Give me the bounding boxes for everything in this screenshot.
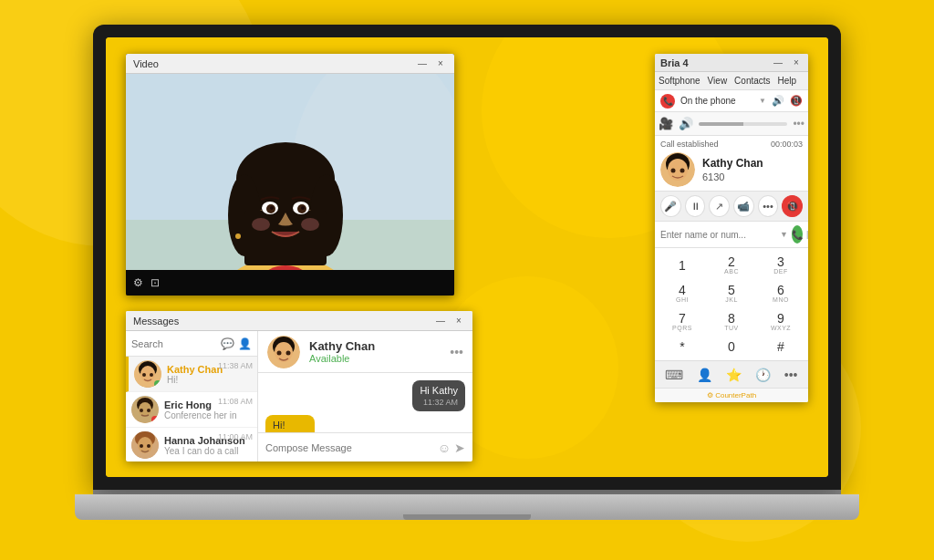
- bria-close-button[interactable]: ×: [790, 57, 803, 69]
- svg-point-18: [301, 218, 319, 231]
- key-1[interactable]: 1: [659, 252, 706, 278]
- hold-call-button[interactable]: ⏸: [685, 195, 706, 217]
- counterpath-text: CounterPath: [715, 391, 756, 399]
- bria-status-bar: 📞 On the phone ▼ 🔊 📵: [655, 90, 808, 112]
- counterpath-icon: ⚙: [707, 391, 715, 399]
- avatar-kathy: [134, 360, 161, 388]
- bria-titlebar: Bria 4 — ×: [655, 54, 808, 72]
- call-controls: 🎤 ⏸ ↗ 📹 ••• 📵: [655, 192, 808, 222]
- mute-icon[interactable]: 📵: [790, 95, 803, 107]
- camera-toolbar-icon[interactable]: 🎥: [659, 117, 673, 130]
- chat-more-button[interactable]: •••: [450, 345, 463, 359]
- messages-body: 💬 👤: [126, 331, 472, 461]
- key-4[interactable]: 4GHI: [659, 280, 706, 306]
- more-toolbar-icon[interactable]: •••: [793, 118, 804, 130]
- more-nav-icon[interactable]: •••: [784, 368, 798, 382]
- dropdown-icon[interactable]: ▼: [759, 97, 766, 105]
- chat-bubble-received-1: Hi! 11:38 AM: [265, 415, 315, 432]
- screen-bezel: Video — ×: [93, 25, 841, 490]
- video-call-button[interactable]: 📹: [733, 195, 754, 217]
- menu-softphone[interactable]: Softphone: [659, 76, 700, 86]
- send-icon[interactable]: ➤: [454, 441, 465, 455]
- call-avatar-img: [660, 152, 695, 187]
- chat-area: Kathy Chan Available ••• Hi Kathy 11:32 …: [258, 331, 472, 461]
- key-#[interactable]: #: [757, 337, 804, 357]
- laptop-base: [75, 494, 859, 520]
- messages-window-title: Messages: [133, 316, 434, 327]
- svg-point-39: [286, 350, 291, 355]
- bria-window-controls: — ×: [772, 57, 803, 69]
- menu-view[interactable]: View: [708, 76, 728, 86]
- status-phone-icon: 📞: [660, 94, 675, 109]
- call-info-row: Kathy Chan 6130: [660, 152, 803, 187]
- contacts-nav-icon[interactable]: 👤: [697, 368, 712, 382]
- call-timer: 00:00:03: [771, 140, 803, 149]
- svg-point-16: [301, 206, 305, 210]
- call-panel: Call established 00:00:03: [655, 136, 808, 192]
- svg-point-28: [140, 409, 143, 412]
- dial-more-icon[interactable]: |: [806, 230, 808, 239]
- contact-item-hanna[interactable]: Hanna Johanson Yea I can do a call 11:00…: [126, 428, 257, 461]
- contact-item-kathy[interactable]: Kathy Chan Hi! 11:38 AM: [126, 357, 257, 392]
- video-close-button[interactable]: ×: [434, 57, 447, 70]
- svg-point-34: [147, 444, 150, 448]
- chat-icon[interactable]: 💬: [221, 337, 234, 350]
- svg-point-29: [147, 409, 150, 412]
- key-9[interactable]: 9WXYZ: [757, 308, 804, 335]
- contact-time-eric: 11:08 AM: [218, 397, 253, 406]
- favorites-nav-icon[interactable]: ⭐: [726, 368, 742, 382]
- dial-dropdown-icon[interactable]: ▼: [780, 230, 788, 239]
- svg-point-38: [277, 350, 282, 355]
- fullscreen-icon[interactable]: ⊡: [150, 276, 160, 289]
- bria-bottom-toolbar: ⌨ 👤 ⭐ 🕐 •••: [655, 360, 808, 388]
- settings-icon[interactable]: ⚙: [133, 276, 143, 289]
- add-contact-icon[interactable]: 👤: [238, 337, 252, 350]
- avatar-hanna: [131, 431, 159, 459]
- call-status-row: Call established 00:00:03: [660, 140, 803, 149]
- key-3[interactable]: 3DEF: [757, 252, 804, 278]
- video-minimize-button[interactable]: —: [416, 57, 429, 70]
- menu-help[interactable]: Help: [778, 76, 797, 86]
- emoji-icon[interactable]: ☺: [438, 441, 451, 455]
- key-0[interactable]: 0: [708, 337, 755, 357]
- bria-title: Bria 4: [660, 57, 772, 68]
- screen-content: Video — ×: [106, 37, 828, 477]
- svg-point-15: [270, 206, 274, 210]
- history-nav-icon[interactable]: 🕐: [755, 368, 771, 382]
- key-5[interactable]: 5JKL: [708, 280, 755, 306]
- mute-call-button[interactable]: 🎤: [660, 195, 681, 217]
- key-2[interactable]: 2ABC: [708, 252, 755, 278]
- call-contact-name: Kathy Chan: [702, 157, 763, 171]
- screen: Video — ×: [106, 37, 828, 477]
- dial-call-button[interactable]: 📞: [792, 225, 803, 244]
- key-6[interactable]: 6MNO: [757, 280, 804, 306]
- contact-preview-eric: Conference her in: [164, 410, 252, 420]
- contact-item-eric[interactable]: Eric Hong Conference her in 11:08 AM: [126, 392, 257, 428]
- keypad: 12ABC3DEF4GHI5JKL6MNO7PQRS8TUV9WXYZ*0#: [655, 248, 808, 360]
- chat-bubble-sent-1: Hi Kathy 11:32 AM: [412, 380, 465, 411]
- bubble-text-2: Hi!: [273, 420, 285, 430]
- messages-close-button[interactable]: ×: [452, 315, 465, 327]
- speaker-toolbar-icon[interactable]: 🔊: [679, 117, 693, 130]
- bria-menubar: Softphone View Contacts Help: [655, 72, 808, 90]
- dial-input[interactable]: [660, 230, 776, 240]
- volume-slider[interactable]: [699, 122, 787, 126]
- more-call-button[interactable]: •••: [758, 195, 779, 217]
- messages-minimize-button[interactable]: —: [434, 315, 447, 327]
- compose-input[interactable]: [265, 442, 434, 453]
- key-7[interactable]: 7PQRS: [659, 308, 706, 335]
- dial-input-row: ▼ 📞 |: [655, 222, 808, 248]
- chat-header-name: Kathy Chan: [309, 339, 375, 353]
- transfer-call-button[interactable]: ↗: [709, 195, 730, 217]
- keypad-nav-icon[interactable]: ⌨: [665, 368, 683, 382]
- key-8[interactable]: 8TUV: [708, 308, 755, 335]
- end-call-button[interactable]: 📵: [782, 195, 803, 217]
- video-titlebar: Video — ×: [126, 54, 454, 74]
- key-*[interactable]: *: [659, 337, 706, 357]
- bria-minimize-button[interactable]: —: [772, 57, 784, 69]
- call-status-text: Call established: [660, 140, 719, 149]
- status-dot-eric: [151, 416, 159, 423]
- video-window-title: Video: [133, 58, 416, 69]
- menu-contacts[interactable]: Contacts: [734, 76, 770, 86]
- search-input[interactable]: [131, 338, 195, 349]
